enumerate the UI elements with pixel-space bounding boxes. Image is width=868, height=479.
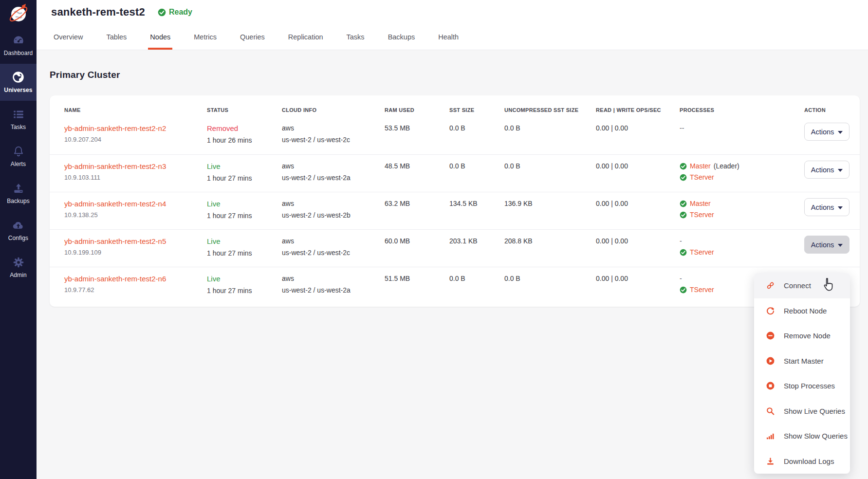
menu-item-label: Show Live Queries [784, 407, 845, 415]
tab-replication[interactable]: Replication [287, 26, 324, 50]
sidebar-item-configs[interactable]: Configs [0, 212, 37, 249]
node-status: Live [207, 237, 221, 245]
menu-item-remove-node[interactable]: Remove Node [754, 323, 850, 349]
col-read-write-ops: READ | WRITE OPS/SEC [596, 107, 680, 113]
stop-circle-icon [765, 381, 775, 391]
menu-item-start-master[interactable]: Start Master [754, 349, 850, 374]
table-header-row: NAME STATUS CLOUD INFO RAM USED SST SIZE… [50, 95, 860, 117]
actions-button-label: Actions [811, 166, 834, 174]
cloud-provider: aws [282, 237, 294, 245]
sidebar-item-label: Configs [8, 235, 28, 241]
page-header: sanketh-rem-test2 Ready Overview Tables … [37, 0, 868, 50]
tab-metrics[interactable]: Metrics [193, 26, 218, 50]
table-row: yb-admin-sanketh-rem-test2-n5 10.9.199.1… [50, 229, 860, 267]
sst-size-value: 0.0 B [449, 267, 504, 304]
gauge-icon [12, 34, 25, 47]
process-tserver-link[interactable]: TServer [690, 211, 714, 219]
col-action: ACTION [804, 107, 852, 113]
check-circle-icon [680, 163, 687, 170]
process-master-link[interactable]: Master [690, 162, 711, 170]
actions-button[interactable]: Actions [804, 198, 850, 216]
actions-button[interactable]: Actions [804, 123, 850, 141]
bell-icon [12, 145, 25, 158]
tab-overview[interactable]: Overview [53, 26, 84, 50]
table-row: yb-admin-sanketh-rem-test2-n6 10.9.77.62… [50, 267, 860, 304]
ram-used-value: 48.5 MB [385, 155, 449, 192]
download-icon [765, 456, 775, 466]
chevron-down-icon [838, 206, 843, 209]
sidebar-item-admin[interactable]: Admin [0, 249, 37, 286]
chevron-down-icon [838, 131, 843, 134]
cloud-zone: us-west-2 / us-west-2b [282, 211, 385, 219]
sidebar-item-label: Admin [10, 272, 27, 278]
tab-nodes[interactable]: Nodes [149, 26, 171, 50]
node-name-link[interactable]: yb-admin-sanketh-rem-test2-n4 [64, 200, 166, 208]
read-write-ops-value: 0.00 | 0.00 [596, 117, 680, 154]
node-name-link[interactable]: yb-admin-sanketh-rem-test2-n3 [64, 162, 166, 170]
menu-item-download-logs[interactable]: Download Logs [754, 449, 850, 474]
tab-tasks[interactable]: Tasks [346, 26, 366, 50]
menu-item-connect[interactable]: Connect [754, 273, 850, 298]
chevron-down-icon [838, 169, 843, 172]
sidebar-item-alerts[interactable]: Alerts [0, 138, 37, 175]
check-circle-icon [680, 200, 687, 207]
node-ip: 10.9.103.111 [64, 174, 207, 181]
tab-queries[interactable]: Queries [239, 26, 266, 50]
table-row: yb-admin-sanketh-rem-test2-n4 10.9.138.2… [50, 192, 860, 229]
tab-bar: Overview Tables Nodes Metrics Queries Re… [53, 26, 460, 50]
menu-item-reboot-node[interactable]: Reboot Node [754, 298, 850, 324]
node-ip: 10.9.77.62 [64, 286, 207, 294]
node-name-link[interactable]: yb-admin-sanketh-rem-test2-n6 [64, 275, 166, 283]
status-badge: Ready [158, 8, 192, 17]
node-ip: 10.9.138.25 [64, 211, 207, 219]
menu-item-show-live-queries[interactable]: Show Live Queries [754, 399, 850, 424]
col-ram-used: RAM USED [385, 107, 449, 113]
yugabyte-logo[interactable] [0, 0, 37, 27]
process-tserver-link[interactable]: TServer [690, 286, 714, 294]
menu-item-show-slow-queries[interactable]: Show Slow Queries [754, 424, 850, 449]
process-none: - [680, 275, 682, 282]
node-uptime: 1 hour 27 mins [207, 287, 282, 295]
sidebar-item-dashboard[interactable]: Dashboard [0, 27, 37, 64]
node-name-link[interactable]: yb-admin-sanketh-rem-test2-n5 [64, 237, 166, 245]
menu-item-label: Reboot Node [784, 307, 827, 315]
tab-health[interactable]: Health [437, 26, 460, 50]
node-status: Live [207, 162, 221, 170]
actions-button-open[interactable]: Actions [804, 236, 850, 254]
col-processes: PROCESSES [680, 107, 804, 113]
universe-title: sanketh-rem-test2 [51, 6, 145, 18]
tab-tables[interactable]: Tables [105, 26, 128, 50]
cloud-upload-icon [12, 219, 25, 232]
chevron-down-icon [838, 244, 843, 247]
menu-item-label: Stop Processes [784, 382, 835, 390]
process-tserver-link[interactable]: TServer [690, 248, 714, 256]
sidebar-item-universes[interactable]: Universes [0, 64, 37, 101]
sst-size-value: 0.0 B [449, 117, 504, 154]
sidebar-item-tasks[interactable]: Tasks [0, 101, 37, 138]
check-circle-icon [680, 211, 687, 219]
process-leader-suffix: (Leader) [714, 162, 739, 170]
tab-backups[interactable]: Backups [387, 26, 416, 50]
process-tserver-link[interactable]: TServer [690, 173, 714, 181]
planet-rocket-logo-icon [7, 2, 30, 25]
check-circle-icon [158, 8, 166, 17]
col-sst-size: SST SIZE [449, 107, 504, 113]
list-icon [12, 108, 25, 121]
actions-dropdown-menu: Connect Reboot Node Remove Node Start Ma… [754, 273, 850, 474]
sidebar: Dashboard Universes Tasks Alerts Backups… [0, 0, 37, 479]
node-name-link[interactable]: yb-admin-sanketh-rem-test2-n2 [64, 124, 166, 132]
col-name: NAME [64, 107, 207, 113]
actions-button[interactable]: Actions [804, 161, 850, 179]
read-write-ops-value: 0.00 | 0.00 [596, 230, 680, 267]
process-master-link[interactable]: Master [690, 200, 711, 207]
check-circle-icon [680, 249, 687, 256]
node-ip: 10.9.199.109 [64, 249, 207, 256]
sidebar-item-backups[interactable]: Backups [0, 175, 37, 212]
upload-icon [12, 182, 25, 195]
process-none: - [680, 237, 682, 245]
menu-item-stop-processes[interactable]: Stop Processes [754, 373, 850, 399]
node-status: Live [207, 275, 221, 283]
bar-chart-icon [765, 431, 775, 441]
play-circle-icon [765, 356, 775, 366]
reboot-icon [765, 306, 775, 315]
